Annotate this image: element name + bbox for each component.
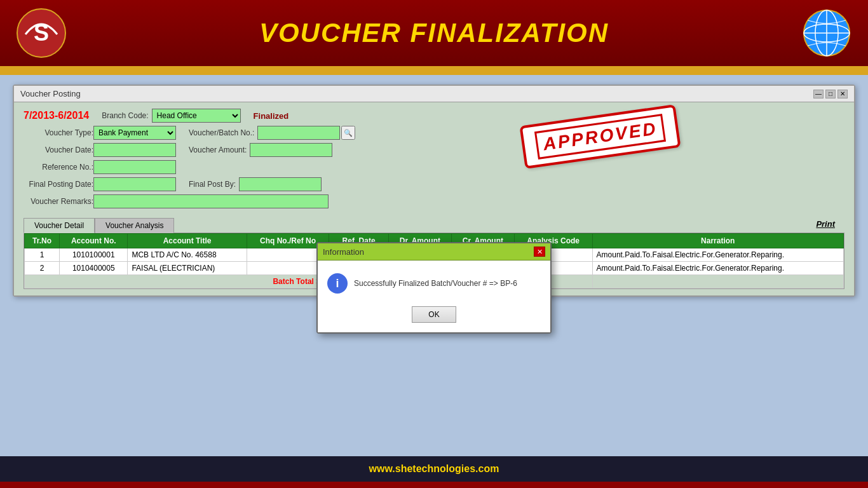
cell-account-title: MCB LTD A/C No. 46588: [128, 248, 247, 262]
approved-text: APPROVED: [534, 114, 666, 159]
voucher-amount-input[interactable]: 24,000.00: [250, 143, 332, 157]
window-controls: — □ ✕: [813, 90, 848, 98]
cell-account-no: 1010400005: [60, 262, 128, 275]
maximize-button[interactable]: □: [825, 90, 836, 98]
footer-website: www.shetechnologies.com: [369, 463, 499, 475]
window-titlebar: Voucher Posting — □ ✕: [14, 86, 854, 102]
reference-no-input[interactable]: [93, 160, 176, 174]
voucher-batch-input[interactable]: 6: [257, 126, 340, 140]
app-footer: www.shetechnologies.com: [0, 456, 868, 482]
window-body: 7/2013-6/2014 Branch Code: Head Office F…: [14, 102, 854, 295]
dialog-message: Successfully Finalized Batch/Voucher # =…: [354, 279, 517, 288]
info-icon: i: [327, 273, 348, 294]
voucher-search-button[interactable]: 🔍: [341, 126, 355, 140]
information-dialog: Information ✕ i Successfully Finalized B…: [316, 242, 552, 334]
voucher-batch-label: Voucher/Batch No.:: [189, 128, 254, 137]
voucher-date-row: Voucher Date: 30/07/2013 Voucher Amount:…: [24, 143, 355, 157]
dialog-body: i Successfully Finalized Batch/Voucher #…: [318, 261, 550, 332]
col-account-no: Account No.: [60, 234, 128, 248]
voucher-remarks-input[interactable]: Amount.Paid.To.Faisal.Electric.For.Gener…: [93, 194, 329, 208]
cell-narration: Amount.Paid.To.Faisal.Electric.For.Gener…: [592, 248, 843, 262]
final-posting-date-label: Final Posting Date:: [24, 180, 93, 189]
dialog-message-row: i Successfully Finalized Batch/Voucher #…: [327, 273, 541, 294]
batch-total-label: Batch Total >>: [25, 275, 329, 288]
final-posting-row: Final Posting Date: 17/09/2013 Final Pos…: [24, 177, 355, 191]
reference-no-row: Reference No.:: [24, 160, 355, 174]
cell-narration: Amount.Paid.To.Faisal.Electric.For.Gener…: [592, 262, 843, 275]
approved-stamp-container: APPROVED: [355, 109, 844, 158]
final-posting-date-input[interactable]: 17/09/2013: [93, 177, 176, 191]
voucher-type-select[interactable]: Bank Payment: [93, 126, 176, 140]
print-link[interactable]: Print: [816, 219, 835, 229]
reference-no-label: Reference No.:: [24, 163, 93, 172]
company-logo: S: [13, 4, 70, 62]
approved-stamp: APPROVED: [519, 104, 681, 169]
dialog-title: Information: [323, 247, 364, 257]
voucher-type-row: Voucher Type: Bank Payment Voucher/Batch…: [24, 126, 355, 140]
col-narration: Narration: [592, 234, 843, 248]
dialog-ok-button[interactable]: OK: [412, 306, 456, 323]
cell-account-no: 1010100001: [60, 248, 128, 262]
branch-code-select[interactable]: Head Office: [152, 109, 241, 123]
globe-icon: [798, 4, 855, 62]
final-post-by-input[interactable]: SU: [239, 177, 322, 191]
tab-voucher-analysis[interactable]: Voucher Analysis: [95, 218, 174, 233]
cell-account-title: FAISAL (ELECTRICIAN): [128, 262, 247, 275]
col-account-title: Account Title: [128, 234, 247, 248]
minimize-button[interactable]: —: [813, 90, 824, 98]
voucher-date-label: Voucher Date:: [24, 146, 93, 154]
app-header: S VOUCHER FINALIZATION: [0, 0, 868, 70]
dialog-titlebar: Information ✕: [318, 243, 550, 261]
tab-voucher-detail[interactable]: Voucher Detail: [24, 218, 95, 233]
col-tr-no: Tr.No: [25, 234, 60, 248]
cell-tr-no: 2: [25, 262, 60, 275]
period-label: 7/2013-6/2014: [24, 110, 89, 121]
gold-divider: [0, 70, 868, 75]
form-left: 7/2013-6/2014 Branch Code: Head Office F…: [24, 109, 355, 212]
tabs-container: Voucher Detail Voucher Analysis: [24, 218, 844, 233]
final-post-by-label: Final Post By:: [189, 180, 236, 189]
window-title: Voucher Posting: [20, 89, 81, 98]
voucher-remarks-label: Voucher Remarks:: [24, 197, 93, 206]
branch-code-label: Branch Code:: [102, 111, 148, 120]
dialog-close-button[interactable]: ✕: [534, 247, 545, 257]
main-content: Voucher Posting — □ ✕ 7/2013-6/2014 Bran…: [0, 75, 868, 456]
voucher-remarks-row: Voucher Remarks: Amount.Paid.To.Faisal.E…: [24, 194, 355, 208]
tabs-section: Voucher Detail Voucher Analysis Print: [24, 218, 844, 233]
voucher-type-label: Voucher Type:: [24, 128, 93, 137]
voucher-posting-window: Voucher Posting — □ ✕ 7/2013-6/2014 Bran…: [13, 85, 855, 297]
form-section: 7/2013-6/2014 Branch Code: Head Office F…: [24, 109, 844, 212]
close-button[interactable]: ✕: [837, 90, 848, 98]
period-branch-row: 7/2013-6/2014 Branch Code: Head Office F…: [24, 109, 355, 123]
voucher-date-input[interactable]: 30/07/2013: [93, 143, 176, 157]
finalized-label: Finalized: [254, 111, 289, 121]
voucher-amount-label: Voucher Amount:: [189, 146, 247, 154]
app-title: VOUCHER FINALIZATION: [70, 18, 798, 48]
cell-tr-no: 1: [25, 248, 60, 262]
